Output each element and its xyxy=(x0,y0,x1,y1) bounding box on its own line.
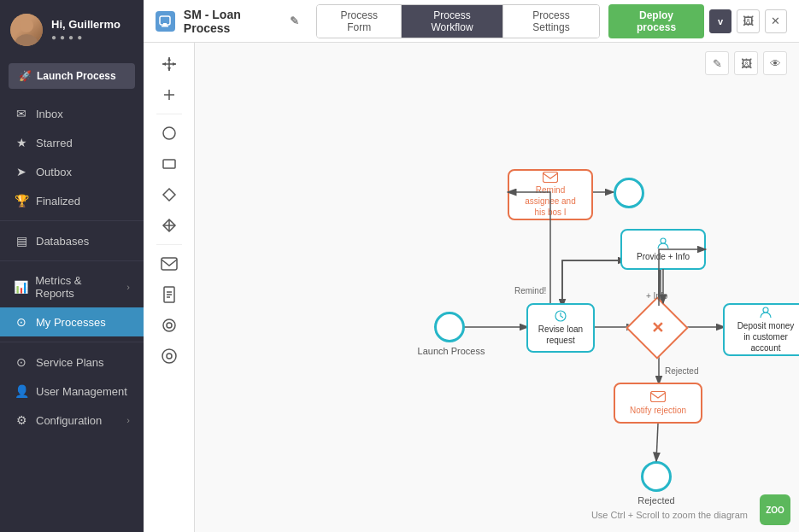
main-content: SM - Loan Process ✎ Process Form Process… xyxy=(144,0,799,532)
svg-line-41 xyxy=(656,424,658,461)
launch-process-button[interactable]: 🚀 Launch Process xyxy=(9,63,135,89)
canvas: ✎ 🖼 👁 xyxy=(195,43,799,532)
top-bar: SM - Loan Process ✎ Process Form Process… xyxy=(144,0,799,43)
svg-point-26 xyxy=(167,354,172,359)
svg-text:Remind!: Remind! xyxy=(514,286,546,295)
sidebar-item-databases[interactable]: ▤ Databases xyxy=(0,226,144,255)
svg-rect-4 xyxy=(162,26,168,27)
gateway-x-icon: ✕ xyxy=(651,319,664,337)
email-orange-icon xyxy=(649,391,667,403)
chevron-right-icon: › xyxy=(126,415,130,425)
chevron-right-icon: › xyxy=(126,282,130,292)
svg-marker-9 xyxy=(162,62,166,66)
process-icon xyxy=(156,11,175,32)
svg-point-25 xyxy=(163,319,175,331)
sidebar: Hi, Guillermo ●●●● 🚀 Launch Process ✉ In… xyxy=(0,0,144,532)
revise-loan-node[interactable]: Revise loanrequest xyxy=(526,303,595,353)
tool-doc[interactable] xyxy=(152,280,186,309)
avatar xyxy=(10,14,43,46)
remind-end-circle xyxy=(614,178,644,208)
user-status-icons: ●●●● xyxy=(51,32,120,42)
star-icon: ★ xyxy=(14,136,29,149)
provide-info-node[interactable]: Provide + Info xyxy=(620,229,706,270)
sidebar-item-my-processes[interactable]: ⊙ My Processes xyxy=(0,307,144,336)
user-icon xyxy=(655,237,672,249)
tool-settings2[interactable] xyxy=(152,342,186,371)
tool-gear[interactable] xyxy=(152,311,186,340)
tab-group: Process Form Process Workflow Process Se… xyxy=(316,4,600,38)
tab-process-form[interactable]: Process Form xyxy=(317,5,402,38)
inbox-icon: ✉ xyxy=(14,107,29,120)
svg-rect-35 xyxy=(543,172,558,183)
deposit-money-node[interactable]: Deposit moneyin customeraccount xyxy=(723,303,799,356)
sidebar-item-label: Configuration xyxy=(36,414,102,427)
sidebar-item-label: Starred xyxy=(36,137,73,149)
svg-point-13 xyxy=(163,127,175,139)
process-title: SM - Loan Process ✎ xyxy=(184,8,299,35)
canvas-tools: ✎ 🖼 👁 xyxy=(705,51,787,75)
tool-circle[interactable] xyxy=(152,119,186,148)
tool-move[interactable] xyxy=(152,50,186,79)
start-node xyxy=(434,312,465,342)
provide-info-label: Provide + Info xyxy=(637,251,690,262)
notify-rejection-node[interactable]: Notify rejection xyxy=(614,383,702,424)
sidebar-item-label: Outbox xyxy=(36,166,72,178)
canvas-hint-text: Use Ctrl + Scroll to zoom the diagram xyxy=(591,510,748,520)
svg-point-0 xyxy=(20,19,33,32)
sidebar-item-label: Metrics & Reports xyxy=(35,274,120,300)
rejected-node xyxy=(641,461,672,492)
sidebar-item-label: Inbox xyxy=(36,108,63,120)
sidebar-item-finalized[interactable]: 🏆 Finalized xyxy=(0,186,144,215)
launch-process-label: Launch Process xyxy=(417,346,485,356)
chart-icon: 📊 xyxy=(14,280,28,294)
sidebar-item-service-plans[interactable]: ⊙ Service Plans xyxy=(0,348,144,377)
sidebar-item-label: Finalized xyxy=(36,195,80,208)
sidebar-item-configuration[interactable]: ⚙ Configuration › xyxy=(0,406,144,435)
canvas-eye-button[interactable]: 👁 xyxy=(763,51,787,75)
tool-email[interactable] xyxy=(152,249,186,278)
sidebar-item-metrics[interactable]: 📊 Metrics & Reports › xyxy=(0,266,144,307)
email-icon xyxy=(542,172,559,183)
canvas-image-button[interactable]: 🖼 xyxy=(734,51,758,75)
user-area: Hi, Guillermo ●●●● xyxy=(0,0,144,60)
svg-point-24 xyxy=(167,323,172,328)
launch-process-label: Launch Process xyxy=(37,70,116,82)
user-info: Hi, Guillermo ●●●● xyxy=(51,18,120,42)
user-greeting: Hi, Guillermo xyxy=(51,18,120,31)
notify-rejection-label: Notify rejection xyxy=(630,405,686,416)
svg-marker-8 xyxy=(167,67,171,71)
sidebar-item-user-management[interactable]: 👤 User Management xyxy=(0,377,144,406)
sidebar-item-label: User Management xyxy=(36,385,127,398)
image-icon: 🖼 xyxy=(743,15,754,27)
sidebar-item-inbox[interactable]: ✉ Inbox xyxy=(0,99,144,128)
deploy-process-button[interactable]: Deploy process xyxy=(608,4,704,38)
tab-process-workflow[interactable]: Process Workflow xyxy=(402,5,503,38)
canvas-edit-button[interactable]: ✎ xyxy=(705,51,729,75)
deposit-money-label: Deposit moneyin customeraccount xyxy=(737,320,795,354)
tool-diamond2[interactable] xyxy=(152,211,186,240)
config-icon: ⚙ xyxy=(14,413,29,427)
tool-rect[interactable] xyxy=(152,149,186,178)
svg-marker-15 xyxy=(163,189,175,201)
clock-icon xyxy=(552,310,569,322)
tool-connector[interactable] xyxy=(152,80,186,109)
rocket-icon: 🚀 xyxy=(19,70,32,82)
version-button[interactable]: v xyxy=(709,9,731,33)
sidebar-item-starred[interactable]: ★ Starred xyxy=(0,128,144,157)
close-button[interactable]: ✕ xyxy=(765,9,787,33)
sidebar-item-outbox[interactable]: ➤ Outbox xyxy=(0,157,144,186)
remind-assignee-node[interactable]: Remindassignee andhis bos I xyxy=(508,169,593,220)
svg-rect-14 xyxy=(163,160,175,168)
edit-title-icon[interactable]: ✎ xyxy=(290,15,299,27)
svg-point-38 xyxy=(763,307,768,313)
sidebar-item-label: My Processes xyxy=(36,316,106,329)
processes-icon: ⊙ xyxy=(14,315,29,329)
remind-assignee-label: Remindassignee andhis bos I xyxy=(525,184,576,218)
trophy-icon: 🏆 xyxy=(14,194,29,208)
image-button[interactable]: 🖼 xyxy=(737,9,759,33)
tool-diamond[interactable] xyxy=(152,180,186,209)
deposit-user-icon xyxy=(757,307,774,319)
tab-process-settings[interactable]: Process Settings xyxy=(503,5,599,38)
diagram-arrows xyxy=(195,43,799,532)
sidebar-item-label: Service Plans xyxy=(36,356,103,369)
